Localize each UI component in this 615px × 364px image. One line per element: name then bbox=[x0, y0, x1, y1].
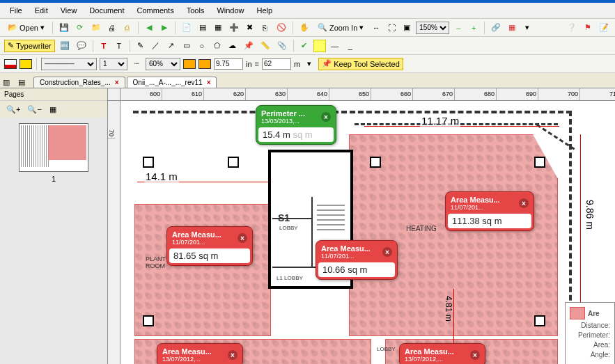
close-icon[interactable]: × bbox=[321, 112, 331, 122]
fit-icon[interactable]: ▣ bbox=[400, 22, 413, 34]
scan-icon[interactable]: ⎙ bbox=[121, 22, 134, 34]
prev-icon[interactable]: ◀ bbox=[143, 22, 155, 34]
typewriter-button[interactable]: ✎ Typewriter bbox=[4, 40, 55, 52]
callout-perimeter[interactable]: Perimeter ... 13/03/2013,... × 15.4 m sq… bbox=[256, 105, 336, 145]
drop-icon[interactable]: ▾ bbox=[521, 22, 534, 34]
dropdown-icon[interactable]: ▾ bbox=[303, 58, 316, 70]
pencil-icon[interactable]: ✎ bbox=[134, 40, 147, 52]
label-heating: HEATING bbox=[406, 225, 437, 232]
close-icon[interactable]: × bbox=[228, 350, 238, 360]
endstyle-icon[interactable] bbox=[198, 59, 211, 69]
zoom-out-thumb-icon[interactable]: 🔍− bbox=[25, 103, 43, 116]
underline-icon[interactable]: _ bbox=[344, 40, 357, 52]
menu-comments[interactable]: Comments bbox=[132, 5, 180, 16]
tab-onii-rev11[interactable]: Onii_..._A-..._..._rev11× bbox=[127, 77, 217, 88]
line-icon[interactable]: ／ bbox=[150, 40, 162, 52]
menu-view[interactable]: View bbox=[55, 5, 83, 16]
zoom-select[interactable]: 150% bbox=[416, 22, 449, 34]
fit-width-icon[interactable]: ↔ bbox=[370, 22, 382, 34]
page-thumbnail-1[interactable] bbox=[19, 123, 88, 172]
oval-icon[interactable]: ○ bbox=[196, 40, 208, 52]
flag-icon[interactable]: ⚑ bbox=[582, 22, 594, 34]
strikeout-icon[interactable]: — bbox=[329, 40, 341, 52]
close-icon[interactable]: × bbox=[207, 79, 211, 86]
insert-icon[interactable]: ➕ bbox=[227, 22, 241, 34]
linecolor-icon[interactable] bbox=[4, 59, 17, 69]
main-area: Pages 🔍+ 🔍− ▦ 1 600610620630640650660670… bbox=[0, 88, 615, 364]
tab-construction-rates[interactable]: Construction_Rates_...× bbox=[33, 77, 125, 88]
fillcolor-icon[interactable] bbox=[20, 59, 32, 69]
pin-icon[interactable]: 📌 bbox=[242, 40, 256, 52]
measure-icon[interactable]: 📏 bbox=[258, 40, 272, 52]
close-icon[interactable]: × bbox=[470, 350, 480, 360]
close-icon[interactable]: × bbox=[115, 79, 119, 86]
document-tabs: ▥ ▤ Construction_Rates_...× Onii_..._A-.… bbox=[0, 73, 615, 88]
menu-edit[interactable]: Edit bbox=[29, 5, 54, 16]
next-icon[interactable]: ▶ bbox=[158, 22, 171, 34]
stack-icon[interactable]: ▦ bbox=[212, 22, 224, 34]
dup-icon[interactable]: ⎘ bbox=[259, 22, 272, 34]
textbox-icon[interactable]: 🔤 bbox=[58, 40, 72, 52]
area-plant-room[interactable] bbox=[134, 204, 271, 336]
rect-icon[interactable]: ▭ bbox=[180, 40, 193, 52]
save-icon[interactable]: 💾 bbox=[57, 22, 71, 34]
sync-icon[interactable]: 🔗 bbox=[489, 22, 503, 34]
close-icon[interactable]: × bbox=[238, 233, 247, 243]
folder-icon[interactable]: 📁 bbox=[89, 22, 103, 34]
close-icon[interactable]: × bbox=[519, 198, 529, 208]
highlight-icon[interactable] bbox=[313, 40, 326, 52]
sticky-icon[interactable]: 📝 bbox=[597, 22, 611, 34]
label-s1: S1 bbox=[278, 212, 290, 223]
menu-window[interactable]: Window bbox=[211, 5, 249, 16]
startstyle-icon[interactable] bbox=[183, 59, 196, 69]
callout-area-heating[interactable]: Area Measu...11/07/201... × 111.38 sq m bbox=[445, 191, 534, 231]
copy-icon[interactable]: 📄 bbox=[180, 22, 194, 34]
arrow-icon[interactable]: ↗ bbox=[165, 40, 178, 52]
menu-bar: File Edit View Document Comments Tools W… bbox=[0, 3, 615, 19]
refresh-icon[interactable]: ⟳ bbox=[74, 22, 86, 34]
callout-area-plant[interactable]: Area Measu...11/07/201... × 81.65 sq m bbox=[166, 226, 253, 266]
callout-area-bottom-left[interactable]: Area Measu...13/07/2012,... × bbox=[157, 343, 243, 364]
menu-file[interactable]: File bbox=[4, 5, 28, 16]
stamp-icon[interactable]: ✔ bbox=[298, 40, 311, 52]
tabs-plus-icon[interactable]: ▤ bbox=[18, 77, 29, 88]
tabs-icon[interactable]: ▥ bbox=[3, 77, 14, 88]
fit-page-icon[interactable]: ⛶ bbox=[385, 22, 398, 34]
dashed-icon[interactable]: ┈ bbox=[130, 58, 143, 70]
zoom-in-button[interactable]: 🔍 Zoom In ▾ bbox=[314, 22, 367, 34]
height-input[interactable] bbox=[262, 58, 291, 70]
label-plant-room: PLANT ROOM bbox=[146, 255, 166, 269]
delete-icon[interactable]: ✖ bbox=[244, 22, 256, 34]
linesize-select[interactable]: 1 bbox=[100, 58, 127, 70]
menu-help[interactable]: Help bbox=[251, 5, 279, 16]
close-icon[interactable]: × bbox=[382, 247, 392, 257]
callout-area-s1[interactable]: Area Measu...11/07/201... × 10.66 sq m bbox=[316, 240, 398, 280]
zoom-minus-icon[interactable]: – bbox=[452, 22, 465, 34]
cloud-icon[interactable]: ☁ bbox=[226, 40, 239, 52]
opacity-select[interactable]: 60% bbox=[146, 58, 180, 70]
poly-icon[interactable]: ⬠ bbox=[211, 40, 224, 52]
attach-icon[interactable]: 📎 bbox=[275, 40, 289, 52]
equals-label: = bbox=[255, 60, 259, 68]
keep-tool-button[interactable]: 📌 Keep Tool Selected bbox=[318, 58, 403, 70]
lineweight-select[interactable]: ────── bbox=[41, 58, 97, 70]
text-icon[interactable]: T bbox=[113, 40, 125, 52]
grid-icon[interactable]: ▦ bbox=[506, 22, 518, 34]
thumb-menu-icon[interactable]: ▦ bbox=[47, 103, 59, 116]
hand-icon[interactable]: ✋ bbox=[297, 22, 311, 34]
layers-icon[interactable]: ▤ bbox=[196, 22, 209, 34]
menu-tools[interactable]: Tools bbox=[181, 5, 210, 16]
zoom-plus-icon[interactable]: + bbox=[467, 22, 480, 34]
callout-area-bottom-right[interactable]: Area Measu...13/07/2012,... × bbox=[399, 343, 485, 364]
thumbnail-label: 1 bbox=[52, 175, 56, 183]
drawing-canvas[interactable]: 14.1 m 11.17 m 9.86 m 4.81 m PLANT ROOM … bbox=[120, 101, 615, 364]
print-icon[interactable]: 🖨 bbox=[106, 22, 118, 34]
zoom-in-thumb-icon[interactable]: 🔍+ bbox=[4, 103, 22, 116]
menu-document[interactable]: Document bbox=[84, 5, 130, 16]
callout-icon[interactable]: 💬 bbox=[75, 40, 88, 52]
hide-icon[interactable]: 🚫 bbox=[274, 22, 288, 34]
open-button[interactable]: 📂 Open ▾ bbox=[4, 22, 48, 34]
width-input[interactable] bbox=[214, 58, 243, 70]
text-tool-icon[interactable]: T bbox=[98, 40, 110, 52]
help-icon[interactable]: ❔ bbox=[565, 22, 579, 34]
